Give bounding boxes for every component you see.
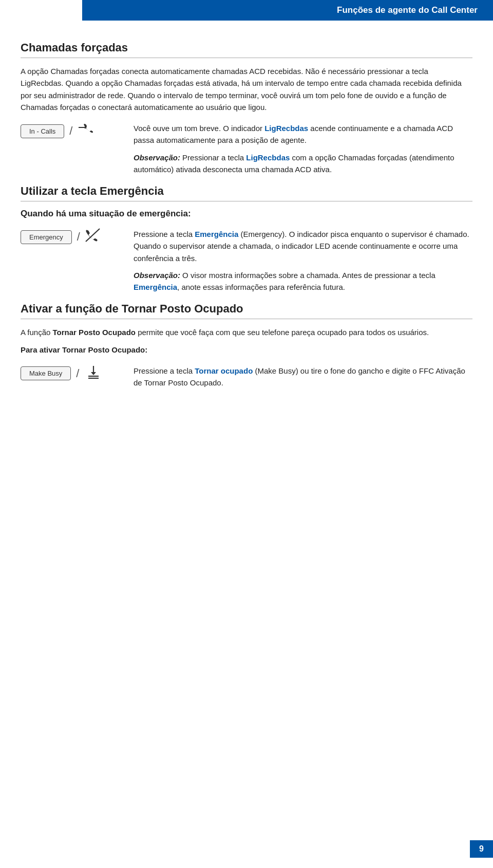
page-number: 9 bbox=[470, 840, 493, 858]
key-slash-3: / bbox=[76, 367, 79, 380]
section-emergencia: Utilizar a tecla Emergência Quando há um… bbox=[21, 184, 472, 293]
chamadas-forcadas-title: Chamadas forçadas bbox=[21, 41, 472, 54]
tornar-posto-bold: Tornar Posto Ocupado bbox=[53, 328, 136, 337]
header-bar: Funções de agente do Call Center bbox=[82, 0, 493, 21]
tornar-ocupado-right: Pressione a tecla Tornar ocupado (Make B… bbox=[134, 365, 472, 394]
emergency-key-box: Emergency / bbox=[21, 228, 104, 246]
chamadas-forcadas-obs: Observação: Pressionar a tecla LigRecbda… bbox=[134, 152, 472, 176]
make-busy-key: Make Busy bbox=[21, 366, 71, 380]
ligrecbdas-blue-2: LigRecbdas bbox=[246, 153, 290, 162]
tornar-ocupado-left: Make Busy / bbox=[21, 365, 123, 382]
chamadas-forcadas-left: In - Calls / bbox=[21, 122, 123, 140]
muted-phone-icon bbox=[85, 228, 104, 246]
ligrecbdas-blue-1: LigRecbdas bbox=[264, 124, 308, 133]
tornar-ocupado-para1: A função Tornar Posto Ocupado permite qu… bbox=[21, 326, 472, 338]
emergencia-left: Emergency / bbox=[21, 228, 123, 246]
tornar-ocupado-demo: Make Busy / Pr bbox=[21, 365, 472, 394]
emergencia-desc: Pressione a tecla Emergência (Emergency)… bbox=[134, 228, 472, 264]
emergencia-title: Utilizar a tecla Emergência bbox=[21, 184, 472, 198]
emergencia-obs: Observação: O visor mostra informações s… bbox=[134, 269, 472, 293]
emergencia-blue-2: Emergência bbox=[134, 283, 177, 291]
section-tornar-ocupado: Ativar a função de Tornar Posto Ocupado … bbox=[21, 302, 472, 394]
phone-arrow-icon bbox=[78, 122, 97, 140]
tornar-ocupado-desc: Pressione a tecla Tornar ocupado (Make B… bbox=[134, 365, 472, 389]
emergencia-demo: Emergency / Pressione a tecla bbox=[21, 228, 472, 293]
emergencia-right: Pressione a tecla Emergência (Emergency)… bbox=[134, 228, 472, 293]
key-slash-2: / bbox=[77, 230, 80, 244]
make-busy-icon bbox=[84, 365, 103, 382]
chamadas-forcadas-para1: A opção Chamadas forçadas conecta automa… bbox=[21, 65, 472, 113]
emergency-key: Emergency bbox=[21, 230, 72, 244]
emergencia-subtitle: Quando há uma situação de emergência: bbox=[21, 209, 472, 219]
section-divider-3 bbox=[21, 319, 472, 319]
in-calls-key: In - Calls bbox=[21, 124, 64, 138]
section-chamadas-forcadas: Chamadas forçadas A opção Chamadas força… bbox=[21, 41, 472, 175]
section-divider-1 bbox=[21, 58, 472, 58]
chamadas-key-box: In - Calls / bbox=[21, 122, 97, 140]
key-slash-1: / bbox=[69, 124, 72, 138]
chamadas-forcadas-desc: Você ouve um tom breve. O indicador LigR… bbox=[134, 122, 472, 146]
emergencia-blue-1: Emergência bbox=[195, 230, 238, 238]
chamadas-forcadas-right: Você ouve um tom breve. O indicador LigR… bbox=[134, 122, 472, 175]
tornar-ocupado-para2: Para ativar Tornar Posto Ocupado: bbox=[21, 344, 472, 356]
page-content: Chamadas forçadas A opção Chamadas força… bbox=[0, 21, 493, 423]
make-busy-key-box: Make Busy / bbox=[21, 365, 103, 382]
tornar-ocupado-blue-1: Tornar ocupado bbox=[195, 366, 253, 375]
svg-marker-4 bbox=[91, 372, 96, 375]
header-title: Funções de agente do Call Center bbox=[337, 5, 478, 15]
section-divider-2 bbox=[21, 201, 472, 201]
tornar-ocupado-title: Ativar a função de Tornar Posto Ocupado bbox=[21, 302, 472, 316]
obs-label-2: Observação: bbox=[134, 271, 180, 280]
obs-label-1: Observação: bbox=[134, 153, 180, 162]
chamadas-forcadas-demo: In - Calls / V bbox=[21, 122, 472, 175]
